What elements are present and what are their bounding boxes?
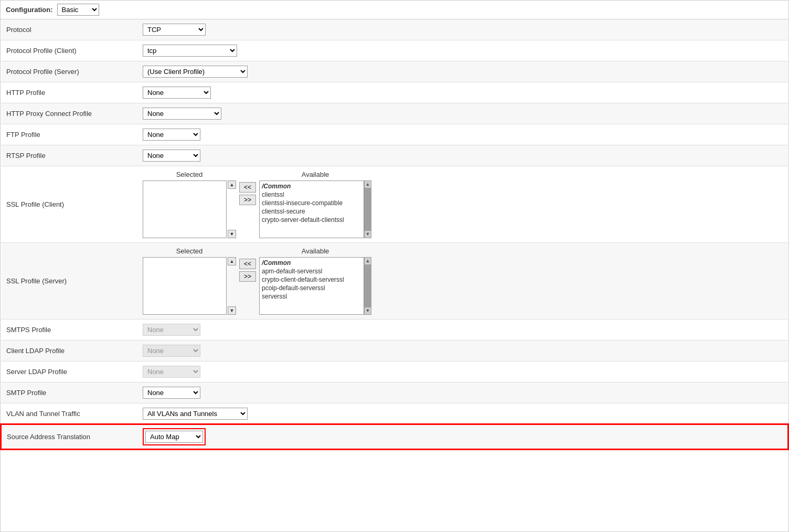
move-left-btn-ssl-profile-server[interactable]: <<	[239, 259, 256, 269]
sort-down-ssl-profile-client[interactable]: ▼	[228, 230, 236, 238]
available-group-ssl-profile-server: Available/Commonapm-default-serversslcry…	[259, 247, 371, 315]
label-protocol-profile-server: Protocol Profile (Server)	[1, 61, 137, 82]
duallistbox-ssl-profile-client: Selected▲▼<<>>Available/Commonclientsslc…	[143, 171, 783, 238]
value-smtp-profile: None	[137, 382, 788, 403]
scroll-bar-ssl-profile-server[interactable]: ▲▼	[364, 257, 371, 315]
move-right-btn-ssl-profile-server[interactable]: >>	[239, 271, 256, 282]
list-item[interactable]: serverssl	[261, 292, 362, 301]
source-address-translation-highlight: Auto MapNoneSNAT	[143, 428, 206, 445]
select-source-address-translation[interactable]: Auto MapNoneSNAT	[145, 431, 203, 443]
selected-box-ssl-profile-client[interactable]	[143, 180, 227, 238]
scroll-bar-ssl-profile-client[interactable]: ▲▼	[364, 180, 371, 238]
row-http-proxy-connect-profile: HTTP Proxy Connect ProfileNone	[1, 103, 788, 124]
value-vlan-tunnel-traffic: All VLANs and Tunnels	[137, 403, 788, 425]
selected-box-ssl-profile-server[interactable]	[143, 257, 227, 315]
label-ssl-profile-server: SSL Profile (Server)	[1, 243, 137, 320]
list-item[interactable]: crypto-server-default-clientssl	[261, 216, 362, 224]
list-item[interactable]: crypto-client-default-serverssl	[261, 275, 362, 284]
scroll-down-ssl-profile-client[interactable]: ▼	[366, 232, 370, 237]
list-item[interactable]: clientssl-secure	[261, 207, 362, 216]
label-http-profile: HTTP Profile	[1, 82, 137, 103]
available-label-ssl-profile-server: Available	[273, 247, 357, 255]
selected-label-ssl-profile-client: Selected	[147, 171, 231, 178]
selected-label-ssl-profile-server: Selected	[147, 247, 231, 255]
scroll-thumb-ssl-profile-client[interactable]	[365, 188, 371, 231]
value-server-ldap-profile: None	[137, 361, 788, 382]
value-protocol: TCPUDPHTTP	[137, 19, 788, 40]
list-item[interactable]: /Common	[261, 259, 362, 267]
scroll-down-ssl-profile-server[interactable]: ▼	[366, 308, 370, 313]
select-vlan-tunnel-traffic[interactable]: All VLANs and Tunnels	[143, 408, 248, 420]
list-item[interactable]: /Common	[261, 182, 362, 190]
available-box-ssl-profile-server[interactable]: /Commonapm-default-serversslcrypto-clien…	[259, 257, 364, 315]
label-vlan-tunnel-traffic: VLAN and Tunnel Traffic	[1, 403, 137, 425]
label-client-ldap-profile: Client LDAP Profile	[1, 341, 137, 361]
select-client-ldap-profile: None	[143, 345, 200, 357]
row-ftp-profile: FTP ProfileNone	[1, 124, 788, 145]
label-http-proxy-connect-profile: HTTP Proxy Connect Profile	[1, 103, 137, 124]
sort-up-ssl-profile-client[interactable]: ▲	[228, 180, 236, 189]
row-ssl-profile-client: SSL Profile (Client)Selected▲▼<<>>Availa…	[1, 166, 788, 243]
value-ssl-profile-client: Selected▲▼<<>>Available/Commonclientsslc…	[137, 166, 788, 243]
value-http-proxy-connect-profile: None	[137, 103, 788, 124]
move-buttons-ssl-profile-server: <<>>	[236, 259, 259, 282]
label-smtps-profile: SMTPS Profile	[1, 320, 137, 341]
value-http-profile: None	[137, 82, 788, 103]
select-protocol-profile-client[interactable]: tcpudphttp	[143, 45, 237, 57]
select-smtp-profile[interactable]: None	[143, 387, 200, 399]
row-protocol: ProtocolTCPUDPHTTP	[1, 19, 788, 40]
label-rtsp-profile: RTSP Profile	[1, 145, 137, 166]
row-rtsp-profile: RTSP ProfileNone	[1, 145, 788, 166]
label-protocol-profile-client: Protocol Profile (Client)	[1, 40, 137, 61]
config-label: Configuration:	[6, 6, 53, 14]
value-rtsp-profile: None	[137, 145, 788, 166]
row-protocol-profile-server: Protocol Profile (Server)(Use Client Pro…	[1, 61, 788, 82]
move-buttons-ssl-profile-client: <<>>	[236, 182, 259, 205]
select-protocol[interactable]: TCPUDPHTTP	[143, 24, 206, 36]
row-smtps-profile: SMTPS ProfileNone	[1, 320, 788, 341]
selected-group-ssl-profile-server: Selected▲▼	[143, 247, 236, 315]
row-source-address-translation: Source Address TranslationAuto MapNoneSN…	[1, 424, 788, 449]
value-source-address-translation: Auto MapNoneSNAT	[137, 424, 788, 449]
label-source-address-translation: Source Address Translation	[1, 424, 137, 449]
scroll-up-ssl-profile-server[interactable]: ▲	[366, 259, 370, 263]
duallistbox-ssl-profile-server: Selected▲▼<<>>Available/Commonapm-defaul…	[143, 247, 783, 315]
sort-up-ssl-profile-server[interactable]: ▲	[228, 257, 236, 265]
label-smtp-profile: SMTP Profile	[1, 382, 137, 403]
list-item[interactable]: pcoip-default-serverssl	[261, 284, 362, 292]
scroll-thumb-ssl-profile-server[interactable]	[365, 264, 371, 307]
label-ssl-profile-client: SSL Profile (Client)	[1, 166, 137, 243]
select-server-ldap-profile: None	[143, 366, 200, 378]
list-item[interactable]: apm-default-serverssl	[261, 267, 362, 275]
row-server-ldap-profile: Server LDAP ProfileNone	[1, 361, 788, 382]
sort-down-ssl-profile-server[interactable]: ▼	[228, 306, 236, 315]
select-rtsp-profile[interactable]: None	[143, 150, 200, 162]
value-ssl-profile-server: Selected▲▼<<>>Available/Commonapm-defaul…	[137, 243, 788, 320]
list-item[interactable]: clientssl	[261, 190, 362, 199]
value-smtps-profile: None	[137, 320, 788, 341]
form-table: ProtocolTCPUDPHTTPProtocol Profile (Clie…	[1, 19, 788, 450]
value-protocol-profile-client: tcpudphttp	[137, 40, 788, 61]
select-protocol-profile-server[interactable]: (Use Client Profile)	[143, 66, 248, 78]
move-left-btn-ssl-profile-client[interactable]: <<	[239, 182, 256, 193]
config-header: Configuration: Basic	[1, 1, 788, 19]
label-ftp-profile: FTP Profile	[1, 124, 137, 145]
value-protocol-profile-server: (Use Client Profile)	[137, 61, 788, 82]
scroll-up-ssl-profile-client[interactable]: ▲	[366, 182, 370, 187]
move-right-btn-ssl-profile-client[interactable]: >>	[239, 195, 256, 205]
select-http-profile[interactable]: None	[143, 87, 211, 99]
value-ftp-profile: None	[137, 124, 788, 145]
page-wrapper: Configuration: Basic ProtocolTCPUDPHTTPP…	[0, 0, 789, 532]
select-http-proxy-connect-profile[interactable]: None	[143, 108, 221, 120]
config-select[interactable]: Basic	[57, 4, 99, 16]
list-item[interactable]: clientssl-insecure-compatible	[261, 199, 362, 207]
sort-arrows-ssl-profile-server: ▲▼	[228, 257, 236, 315]
selected-group-ssl-profile-client: Selected▲▼	[143, 171, 236, 238]
row-smtp-profile: SMTP ProfileNone	[1, 382, 788, 403]
select-ftp-profile[interactable]: None	[143, 129, 200, 141]
value-client-ldap-profile: None	[137, 341, 788, 361]
row-vlan-tunnel-traffic: VLAN and Tunnel TrafficAll VLANs and Tun…	[1, 403, 788, 425]
row-ssl-profile-server: SSL Profile (Server)Selected▲▼<<>>Availa…	[1, 243, 788, 320]
label-protocol: Protocol	[1, 19, 137, 40]
available-box-ssl-profile-client[interactable]: /Commonclientsslclientssl-insecure-compa…	[259, 180, 364, 238]
